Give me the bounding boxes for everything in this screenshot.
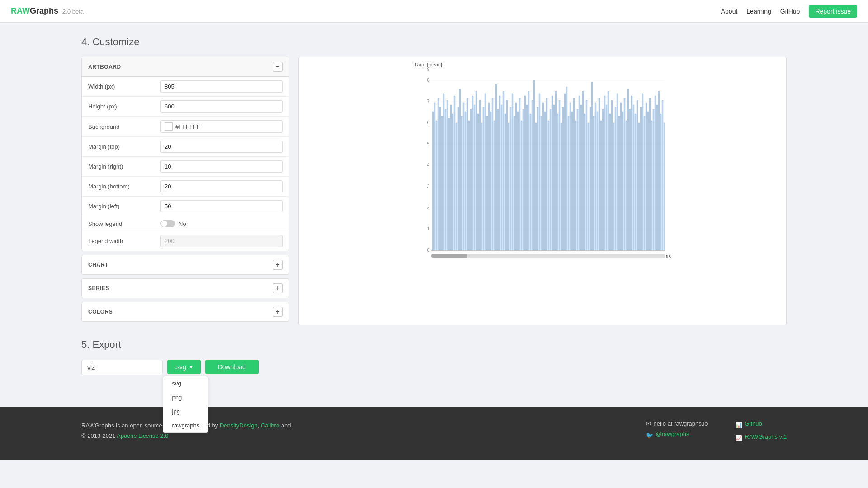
artboard-section: ARTBOARD − Width (px) Height (px) Backgr… bbox=[81, 57, 289, 251]
svg-rect-105 bbox=[588, 123, 589, 250]
nav-learning[interactable]: Learning bbox=[746, 8, 771, 15]
background-row: Background #FFFFFF bbox=[82, 117, 289, 137]
svg-rect-119 bbox=[613, 123, 614, 250]
artboard-toggle-button[interactable]: − bbox=[273, 62, 283, 72]
svg-rect-103 bbox=[584, 114, 585, 250]
svg-rect-88 bbox=[557, 114, 558, 250]
margin-right-label: Margin (right) bbox=[88, 163, 160, 170]
header-nav: About Learning GitHub Report issue bbox=[721, 5, 857, 18]
show-legend-toggle[interactable] bbox=[160, 220, 175, 227]
footer-link-apache[interactable]: Apache License 2.0 bbox=[117, 432, 168, 439]
format-png-option[interactable]: .png bbox=[163, 390, 208, 404]
svg-rect-67 bbox=[519, 98, 520, 250]
margin-left-input[interactable] bbox=[160, 200, 283, 212]
svg-rect-129 bbox=[631, 96, 632, 250]
svg-rect-26 bbox=[445, 109, 446, 250]
customize-title: 4. Customize bbox=[81, 36, 787, 48]
svg-rect-75 bbox=[533, 80, 535, 250]
svg-rect-92 bbox=[564, 94, 566, 250]
svg-rect-122 bbox=[618, 116, 620, 250]
svg-rect-132 bbox=[637, 100, 638, 250]
svg-rect-115 bbox=[606, 105, 607, 250]
height-input[interactable] bbox=[160, 100, 283, 113]
nav-about[interactable]: About bbox=[721, 8, 738, 15]
footer: RAWGraphs is an open source project deve… bbox=[0, 407, 868, 460]
colors-toggle-button[interactable]: + bbox=[273, 307, 283, 317]
margin-bottom-input[interactable] bbox=[160, 180, 283, 192]
export-format-button[interactable]: .svg ▼ bbox=[167, 360, 201, 374]
svg-rect-65 bbox=[515, 103, 517, 250]
svg-rect-135 bbox=[642, 94, 643, 250]
background-color-swatch[interactable] bbox=[165, 122, 173, 131]
svg-rect-150 bbox=[431, 254, 467, 258]
svg-rect-141 bbox=[653, 109, 654, 250]
export-filename-input[interactable] bbox=[81, 360, 163, 375]
svg-rect-116 bbox=[608, 91, 609, 250]
svg-rect-128 bbox=[629, 109, 631, 250]
margin-right-input[interactable] bbox=[160, 160, 283, 173]
export-format-dropdown: .svg .png .jpg .rawgraphs bbox=[163, 376, 208, 433]
svg-rect-79 bbox=[541, 116, 542, 250]
margin-bottom-row: Margin (bottom) bbox=[82, 177, 289, 197]
svg-text:3: 3 bbox=[427, 184, 429, 189]
footer-link-density[interactable]: DensityDesign bbox=[220, 422, 258, 429]
format-rawgraphs-option[interactable]: .rawgraphs bbox=[163, 418, 208, 432]
svg-rect-63 bbox=[512, 94, 513, 250]
svg-rect-55 bbox=[497, 109, 499, 250]
svg-rect-108 bbox=[593, 116, 594, 250]
show-legend-value: No bbox=[179, 221, 186, 227]
export-title: 5. Export bbox=[81, 339, 787, 351]
svg-rect-46 bbox=[481, 123, 482, 250]
svg-rect-93 bbox=[566, 87, 567, 250]
width-row: Width (px) bbox=[82, 77, 289, 97]
width-input[interactable] bbox=[160, 80, 283, 93]
customize-layout: ARTBOARD − Width (px) Height (px) Backgr… bbox=[81, 57, 787, 325]
margin-top-label: Margin (top) bbox=[88, 143, 160, 150]
download-button[interactable]: Download bbox=[205, 360, 259, 374]
svg-rect-69 bbox=[523, 109, 524, 250]
svg-rect-72 bbox=[528, 91, 529, 250]
svg-rect-87 bbox=[555, 91, 557, 250]
footer-link-calibro[interactable]: Calibro bbox=[261, 422, 279, 429]
chart-toggle-button[interactable]: + bbox=[273, 260, 283, 270]
svg-rect-51 bbox=[490, 112, 491, 250]
svg-text:4: 4 bbox=[427, 163, 429, 168]
format-svg-option[interactable]: .svg bbox=[163, 376, 208, 390]
legend-width-input[interactable] bbox=[160, 235, 283, 247]
footer-email: ✉ hello at rawgraphs.io bbox=[646, 420, 708, 427]
svg-rect-64 bbox=[514, 116, 515, 250]
footer-link-twitter[interactable]: @rawgraphs bbox=[656, 431, 689, 437]
colors-section: COLORS + bbox=[81, 302, 289, 322]
footer-link-rawgraphs-v1[interactable]: RAWGraphs v.1 bbox=[745, 433, 787, 440]
format-jpg-option[interactable]: .jpg bbox=[163, 404, 208, 418]
footer-copyright: © 2013-2021 Apache License 2.0 bbox=[81, 431, 619, 441]
export-format-arrow-icon: ▼ bbox=[189, 365, 193, 370]
svg-rect-68 bbox=[521, 121, 522, 250]
series-toggle-button[interactable]: + bbox=[273, 283, 283, 293]
svg-rect-36 bbox=[463, 103, 464, 250]
svg-rect-23 bbox=[439, 107, 441, 250]
svg-rect-45 bbox=[479, 100, 481, 250]
svg-rect-22 bbox=[438, 98, 439, 250]
main-content: 4. Customize ARTBOARD − Width (px) Heigh… bbox=[0, 23, 868, 389]
legend-width-label: Legend width bbox=[88, 238, 160, 244]
svg-rect-114 bbox=[604, 96, 605, 250]
chart-panel: Rate [mean] 0 1 2 3 4 5 6 bbox=[298, 57, 787, 325]
margin-top-input[interactable] bbox=[160, 141, 283, 153]
logo: RAWGraphs 2.0 beta bbox=[11, 6, 84, 16]
footer-rawgraphs-v1-item: 📈 RAWGraphs v.1 bbox=[735, 433, 787, 443]
background-label: Background bbox=[88, 123, 160, 130]
svg-rect-110 bbox=[597, 112, 598, 250]
svg-rect-85 bbox=[552, 96, 553, 250]
svg-rect-120 bbox=[615, 107, 616, 250]
footer-link-github[interactable]: Github bbox=[745, 420, 762, 427]
svg-rect-54 bbox=[495, 84, 497, 250]
svg-rect-86 bbox=[553, 105, 555, 250]
margin-bottom-label: Margin (bottom) bbox=[88, 183, 160, 190]
report-issue-button[interactable]: Report issue bbox=[809, 5, 857, 18]
logo-raw: RAW bbox=[11, 6, 30, 15]
background-color-value: #FFFFFF bbox=[175, 123, 200, 130]
nav-github[interactable]: GitHub bbox=[780, 8, 800, 15]
svg-rect-76 bbox=[535, 123, 537, 250]
svg-rect-58 bbox=[503, 91, 504, 250]
